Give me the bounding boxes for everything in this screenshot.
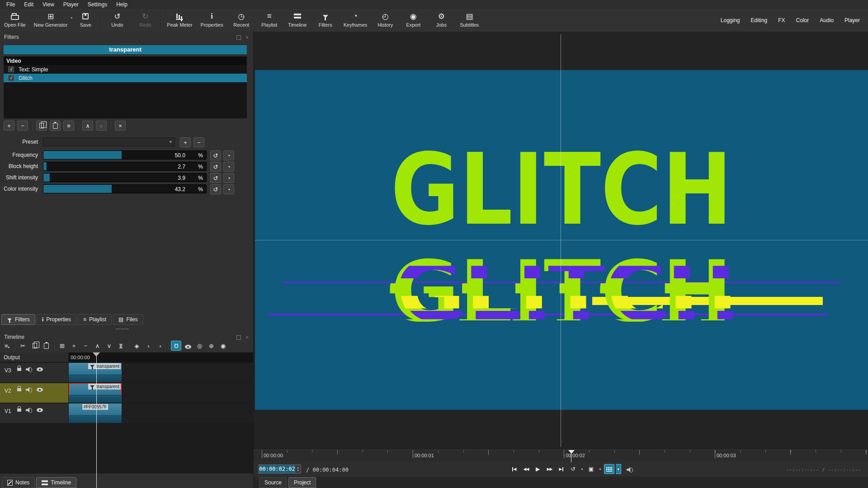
menu-file[interactable]: File [2,0,19,9]
lock-icon[interactable] [17,388,21,391]
float-panel-icon[interactable] [236,335,241,340]
append-button[interactable]: ⊞ [57,341,67,351]
layout-fx[interactable]: FX [778,17,785,23]
output-track-header[interactable]: Output [0,352,68,362]
snap-button[interactable]: Ω [171,341,181,351]
lift-button[interactable]: ∧ [92,341,103,351]
mute-icon[interactable] [26,365,32,382]
jobs-button[interactable]: ⚙ Jobs [427,10,455,28]
deselect-filter-button[interactable]: × [115,121,126,131]
frequency-slider[interactable]: 50.0 % [43,150,207,160]
tab-playlist[interactable]: ≡ Playlist [78,314,112,325]
hide-icon[interactable] [37,367,43,371]
add-filter-button[interactable]: + [4,121,14,131]
tab-files[interactable]: ▤ Files [113,314,143,325]
keyframe-param-button[interactable]: ◔ [223,162,234,172]
clip-color-v1[interactable]: #FF00557F [69,404,122,423]
ripple-delete-button[interactable]: − [80,341,91,351]
track-v3-header[interactable]: V3 [0,363,68,382]
ripple-markers-button[interactable]: ◉ [218,341,228,351]
timeline-playhead-handle[interactable] [93,352,100,357]
reset-param-button[interactable]: ↺ [210,150,221,160]
close-panel-icon[interactable]: × [245,34,249,41]
loop-button[interactable]: ↺ [568,464,578,474]
move-filter-up-button[interactable]: ∧ [82,121,93,131]
reset-param-button[interactable]: ↺ [210,162,221,172]
split-button[interactable]: ][ [116,341,126,351]
filter-row-glitch[interactable]: √ Glitch [4,74,247,82]
track-v1-header[interactable]: V1 [0,404,68,423]
keyframe-param-button[interactable]: ◔ [223,184,234,194]
color-intensity-slider[interactable]: 43.2 % [43,184,207,193]
dock-drag-handle[interactable] [116,328,128,329]
timeline-playhead[interactable] [96,352,97,488]
filter-sets-button[interactable]: ≡ [63,121,74,131]
clip-transparent-v3[interactable]: transparent [69,363,122,382]
ripple-button[interactable]: ◎ [194,341,205,351]
lock-icon[interactable] [17,368,21,371]
player-playhead-handle[interactable] [568,450,575,454]
tab-notes[interactable]: Notes [2,477,35,488]
next-marker-button[interactable]: › [155,341,165,351]
keyframe-param-button[interactable]: ◔ [223,173,234,183]
playlist-button[interactable]: ≡ Playlist [255,10,283,28]
scrub-while-dragging-button[interactable] [183,341,193,351]
preset-combobox[interactable]: ▾ [43,137,175,146]
close-panel-icon[interactable]: × [245,334,249,341]
play-button[interactable]: ▶ [533,464,543,474]
keyframe-param-button[interactable]: ◔ [223,150,234,160]
open-file-button[interactable]: Open File [0,10,30,28]
layout-player[interactable]: Player [844,17,860,23]
copy-button[interactable] [29,341,40,351]
player-scrub-ruler[interactable]: 00:00:00 00:00:01 00:00:02 00:00:03 [254,450,868,462]
layout-editing[interactable]: Editing [751,17,768,23]
layout-audio[interactable]: Audio [820,17,834,23]
menu-view[interactable]: View [38,0,59,9]
tab-source[interactable]: Source [259,477,287,488]
grid-button[interactable] [604,464,614,474]
fast-forward-button[interactable]: ▶▶ [544,464,555,474]
tab-properties[interactable]: i Properties [37,314,76,325]
timeline-menu-button[interactable]: ≡▾ [2,341,12,351]
filter-checkbox[interactable]: √ [8,75,14,81]
track-v2-header[interactable]: V2 [0,383,68,403]
tab-timeline[interactable]: Timeline [36,477,76,488]
reset-param-button[interactable]: ↺ [210,184,221,194]
paste-button[interactable] [41,341,52,351]
remove-filter-button[interactable]: − [17,121,28,131]
undo-button[interactable]: ↺ Undo [103,10,131,28]
save-preset-button[interactable]: + [180,137,191,147]
ripple-all-tracks-button[interactable]: ⊛ [206,341,217,351]
rewind-button[interactable]: ◀◀ [521,464,531,474]
menu-player[interactable]: Player [59,0,83,9]
peak-meter-button[interactable]: Peak Meter [163,10,196,28]
clip-transparent-v2-selected[interactable]: transparent [69,383,122,403]
timeline-button[interactable]: Timeline [283,10,311,28]
position-spinner[interactable]: ▴▾ [295,465,301,474]
export-button[interactable]: ◉ Export [399,10,427,28]
copy-filters-button[interactable] [36,121,47,131]
filter-checkbox[interactable]: √ [8,66,14,72]
menu-edit[interactable]: Edit [19,0,38,9]
menu-help[interactable]: Help [112,0,132,9]
lock-icon[interactable] [17,408,21,412]
delete-preset-button[interactable]: − [193,137,204,147]
hide-icon[interactable] [37,388,43,392]
skip-to-end-button[interactable]: ▶ [556,464,566,474]
hide-icon[interactable] [37,408,43,412]
current-position-field[interactable]: 00:00:02:02 [259,465,296,474]
new-generator-button[interactable]: ⊞ New Generator ▾ [30,10,72,28]
loop-menu-caret[interactable]: ▾ [580,464,585,474]
mute-icon[interactable] [26,385,32,403]
filters-button[interactable]: Filters [311,10,340,28]
tab-project[interactable]: Project [288,477,316,488]
zoom-menu-caret[interactable]: ▾ [598,464,603,474]
filter-row-text-simple[interactable]: √ Text: Simple [4,65,247,74]
overwrite-down-button[interactable]: ∨ [104,341,114,351]
skip-to-start-button[interactable]: ◀ [509,464,519,474]
volume-button[interactable] [627,465,633,473]
menu-settings[interactable]: Settings [83,0,112,9]
shift-intensity-slider[interactable]: 3.9 % [43,173,207,182]
history-button[interactable]: ◴ History [371,10,399,28]
player-playhead[interactable] [571,450,571,462]
